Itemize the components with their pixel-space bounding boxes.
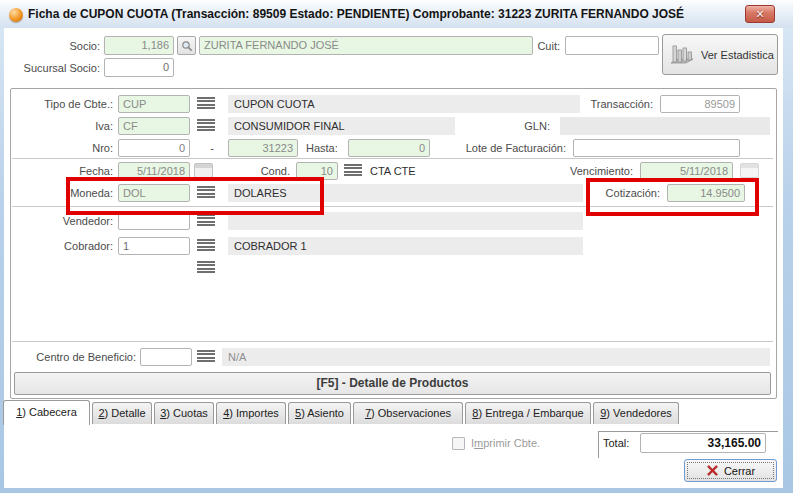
vencimiento-label: Vencimiento:: [523, 162, 633, 180]
cobrador-field[interactable]: 1: [118, 237, 190, 255]
imprimir-checkbox[interactable]: [452, 437, 465, 450]
iva-desc: CONSUMIDOR FINAL: [228, 117, 455, 135]
fecha-field[interactable]: 5/11/2018: [118, 162, 190, 180]
moneda-desc: DOLARES: [228, 184, 583, 202]
cerrar-button[interactable]: Cerrar: [684, 459, 777, 482]
imprimir-label: Imprimir Cbte.: [471, 434, 561, 452]
tab-importes[interactable]: 4) Importes: [216, 402, 286, 424]
moneda-field[interactable]: DOL: [118, 184, 190, 202]
cotizacion-field[interactable]: 14.9500: [667, 184, 745, 202]
vendedor-desc: [228, 212, 583, 230]
gln-field: [560, 117, 770, 135]
nro-field[interactable]: 0: [118, 139, 190, 157]
socio-field[interactable]: 1,186: [104, 36, 174, 55]
close-button[interactable]: ✕: [745, 5, 775, 23]
transaccion-label: Transacción:: [543, 95, 653, 113]
tab-observaciones[interactable]: 7) Observaciones: [353, 402, 463, 424]
iva-menu-icon[interactable]: [197, 119, 215, 132]
lote-facturacion-field[interactable]: [573, 139, 740, 157]
ver-estadistica-button[interactable]: Ver Estadistica: [662, 34, 778, 75]
lote-facturacion-label: Lote de Facturación:: [420, 139, 566, 157]
extra-menu-icon[interactable]: [197, 261, 215, 274]
title-bar: Ficha de CUPON CUOTA (Transacción: 89509…: [0, 0, 793, 28]
cobrador-desc: COBRADOR 1: [228, 237, 583, 255]
tab-entrega-embarque[interactable]: 8) Entrega / Embarque: [465, 402, 591, 424]
tab-cabecera[interactable]: 1) Cabecera: [3, 400, 90, 425]
fecha-calendar-icon[interactable]: [194, 163, 213, 178]
iva-field[interactable]: CF: [118, 117, 190, 135]
dialog-window: Ficha de CUPON CUOTA (Transacción: 89509…: [0, 0, 793, 493]
tipo-cbte-label: Tipo de Cbte.:: [8, 95, 113, 113]
close-icon: ✕: [755, 8, 764, 20]
tipo-cbte-desc: CUPON CUOTA: [228, 95, 580, 113]
bar-chart-icon: [669, 42, 695, 68]
hasta-field[interactable]: 0: [348, 139, 430, 157]
cond-menu-icon[interactable]: [344, 164, 362, 177]
socio-label: Socio:: [20, 37, 100, 55]
vendedor-field[interactable]: [118, 212, 190, 230]
cond-label: Cond.: [250, 162, 290, 180]
centro-beneficio-field[interactable]: [140, 348, 192, 366]
centro-beneficio-menu-icon[interactable]: [197, 350, 215, 363]
tipo-cbte-field[interactable]: CUP: [118, 95, 190, 113]
fecha-label: Fecha:: [8, 162, 113, 180]
hasta-label: Hasta:: [300, 139, 350, 157]
cuit-label: Cuit:: [508, 37, 560, 55]
search-icon: [181, 40, 193, 52]
cuit-field[interactable]: [565, 36, 659, 55]
iva-label: Iva:: [8, 117, 113, 135]
window-title: Ficha de CUPON CUOTA (Transacción: 89509…: [28, 7, 684, 21]
cobrador-label: Cobrador:: [8, 237, 113, 255]
separator-line: [12, 206, 773, 207]
cond-field[interactable]: 10: [296, 162, 338, 180]
tab-detalle[interactable]: 2) Detalle: [92, 402, 152, 424]
focus-rect: [687, 462, 774, 479]
gln-label: GLN:: [480, 117, 550, 135]
vencimiento-calendar-icon[interactable]: [740, 163, 759, 178]
nro-separator: -: [205, 139, 219, 157]
moneda-label: Moneda:: [8, 184, 113, 202]
cotizacion-label: Cotización:: [560, 184, 660, 202]
centro-beneficio-label: Centro de Beneficio:: [8, 348, 136, 366]
separator-line: [12, 341, 773, 342]
moneda-menu-icon[interactable]: [197, 186, 215, 199]
socio-name-field[interactable]: ZURITA FERNANDO JOSÉ: [199, 36, 533, 55]
tab-vendedores[interactable]: 9) Vendedores: [593, 402, 679, 424]
nro-hasta-from-field[interactable]: 31223: [228, 139, 298, 157]
vendedor-menu-icon[interactable]: [197, 214, 215, 227]
transaccion-field[interactable]: 89509: [660, 95, 740, 113]
separator-line: [12, 158, 773, 159]
tab-asiento[interactable]: 5) Asiento: [288, 402, 351, 424]
socio-search-button[interactable]: [177, 36, 196, 55]
tab-cuotas[interactable]: 3) Cuotas: [154, 402, 214, 424]
cobrador-menu-icon[interactable]: [197, 239, 215, 252]
ver-estadistica-label: Ver Estadistica: [701, 49, 774, 61]
detalle-productos-button[interactable]: [F5] - Detalle de Productos: [14, 372, 771, 395]
centro-beneficio-desc: N/A: [222, 348, 770, 366]
total-label: Total:: [603, 434, 637, 452]
total-field[interactable]: 33,165.00: [640, 433, 766, 453]
nro-label: Nro:: [8, 139, 113, 157]
cond-desc: CTA CTE: [370, 162, 460, 180]
app-icon: [9, 8, 23, 22]
tipo-cbte-menu-icon[interactable]: [197, 97, 215, 110]
vendedor-label: Vendedor:: [8, 212, 113, 230]
sucursal-socio-field[interactable]: 0: [104, 58, 174, 77]
sucursal-socio-label: Sucursal Socio:: [10, 59, 100, 77]
vencimiento-field[interactable]: 5/11/2018: [640, 162, 733, 180]
